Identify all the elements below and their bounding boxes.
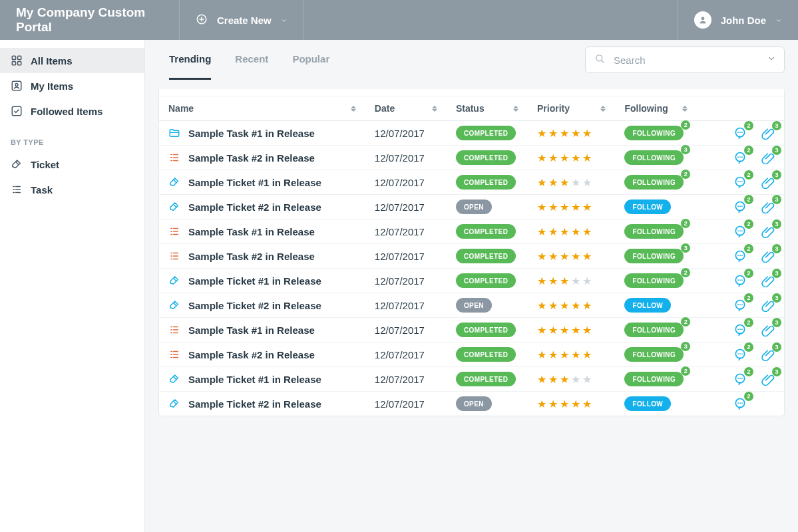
follow-button[interactable]: FOLLOWING	[624, 372, 684, 386]
follow-button[interactable]: FOLLOW	[624, 298, 671, 313]
sidebar-type-task[interactable]: Task	[0, 177, 144, 202]
table-row[interactable]: Sample Ticket #1 in Release 12/07/2017 C…	[159, 269, 784, 293]
follow-button[interactable]: FOLLOWING	[624, 347, 684, 362]
star-icon: ★	[548, 325, 558, 336]
sidebar-type-ticket[interactable]: Ticket	[0, 152, 144, 177]
priority-stars: ★★★★★	[537, 227, 592, 237]
follow-button[interactable]: FOLLOW	[624, 396, 671, 411]
star-icon: ★	[537, 202, 546, 213]
table-row[interactable]: Sample Ticket #2 in Release 12/07/2017 O…	[159, 392, 784, 416]
item-name: Sample Task #1 in Release	[188, 325, 315, 336]
follow-count-badge: 2	[681, 170, 690, 179]
priority-stars: ★★★★★	[537, 301, 592, 311]
follow-button[interactable]: FOLLOWING	[624, 323, 684, 337]
status-badge: COMPLETED	[456, 249, 516, 263]
attachments-button[interactable]: 3	[761, 323, 775, 336]
comments-button[interactable]: 2	[733, 323, 747, 336]
user-box-icon	[11, 80, 23, 92]
tab-trending[interactable]: Trending	[169, 40, 211, 80]
star-icon: ★	[582, 350, 592, 360]
comments-button[interactable]: 2	[733, 225, 747, 238]
follow-button[interactable]: FOLLOWING	[624, 150, 684, 165]
follow-button[interactable]: FOLLOWING	[624, 175, 684, 190]
comments-button[interactable]: 2	[733, 249, 747, 263]
sidebar-item-label: All Items	[31, 55, 73, 66]
follow-button[interactable]: FOLLOW	[624, 200, 671, 214]
attachments-button[interactable]: 3	[761, 200, 775, 213]
col-priority[interactable]: Priority	[528, 96, 615, 121]
attachments-button[interactable]: 3	[761, 372, 775, 386]
comments-button[interactable]: 2	[733, 397, 747, 410]
attachments-count-badge: 3	[772, 244, 781, 253]
comments-count-badge: 2	[744, 342, 753, 352]
star-icon: ★	[571, 399, 580, 410]
task-icon	[168, 324, 180, 336]
sidebar-item-followed-items[interactable]: Followed Items	[0, 98, 144, 124]
col-status[interactable]: Status	[447, 96, 528, 121]
status-badge: OPEN	[456, 200, 492, 214]
follow-button[interactable]: FOLLOWING	[624, 273, 684, 288]
table-row[interactable]: Sample Ticket #2 in Release 12/07/2017 O…	[159, 195, 784, 219]
comments-button[interactable]: 2	[733, 348, 747, 361]
comments-button[interactable]: 2	[733, 299, 747, 312]
sidebar-item-my-items[interactable]: My Items	[0, 73, 144, 98]
create-new-button[interactable]: Create New	[180, 0, 304, 40]
star-icon: ★	[560, 325, 569, 336]
item-name: Sample Task #2 in Release	[188, 251, 315, 262]
plus-circle-icon	[196, 13, 208, 27]
attachments-button[interactable]: 3	[761, 299, 775, 312]
sort-icon	[351, 106, 356, 112]
comments-button[interactable]: 2	[733, 372, 747, 386]
priority-stars: ★★★★★	[537, 374, 592, 385]
table-row[interactable]: Sample Task #2 in Release 12/07/2017 COM…	[159, 342, 784, 367]
tab-recent[interactable]: Recent	[235, 40, 268, 80]
status-badge: COMPLETED	[456, 372, 516, 386]
table-row[interactable]: Sample Task #1 in Release 12/07/2017 COM…	[159, 121, 784, 146]
chevron-down-icon[interactable]	[767, 54, 776, 66]
col-label: Date	[375, 103, 395, 114]
search-box[interactable]	[585, 47, 785, 73]
sidebar-item-all-items[interactable]: All Items	[0, 48, 144, 73]
sidebar-item-label: My Items	[31, 80, 73, 92]
attachments-button[interactable]: 3	[761, 176, 775, 189]
attachments-button[interactable]: 3	[761, 225, 775, 238]
table-row[interactable]: Sample Ticket #1 in Release 12/07/2017 C…	[159, 367, 784, 392]
table-row[interactable]: Sample Task #1 in Release 12/07/2017 COM…	[159, 219, 784, 244]
star-icon: ★	[582, 227, 592, 237]
follow-button[interactable]: FOLLOWING	[624, 224, 684, 239]
comments-button[interactable]: 2	[733, 274, 747, 287]
comments-button[interactable]: 2	[733, 176, 747, 189]
attachments-button[interactable]: 3	[761, 274, 775, 287]
item-date: 12/07/2017	[375, 325, 425, 336]
grid-icon	[11, 55, 23, 66]
ticket-icon	[168, 373, 180, 385]
star-icon: ★	[537, 251, 546, 262]
col-date[interactable]: Date	[365, 96, 447, 121]
attachments-button[interactable]: 3	[761, 126, 775, 140]
comments-button[interactable]: 2	[733, 126, 747, 140]
user-menu[interactable]: John Doe	[678, 0, 798, 40]
item-date: 12/07/2017	[375, 251, 425, 262]
priority-stars: ★★★★★	[537, 202, 592, 213]
attachments-button[interactable]: 3	[761, 151, 775, 164]
follow-button[interactable]: FOLLOWING	[624, 126, 684, 140]
follow-count-badge: 2	[681, 120, 690, 130]
table-row[interactable]: Sample Ticket #2 in Release 12/07/2017 O…	[159, 293, 784, 318]
follow-count-badge: 2	[681, 219, 690, 228]
table-row[interactable]: Sample Ticket #1 in Release 12/07/2017 C…	[159, 170, 784, 195]
col-following[interactable]: Following	[615, 96, 696, 121]
table-row[interactable]: Sample Task #2 in Release 12/07/2017 COM…	[159, 146, 784, 170]
col-name[interactable]: Name	[159, 96, 365, 121]
attachments-button[interactable]: 3	[761, 348, 775, 361]
search-input[interactable]	[612, 54, 760, 66]
attachments-button[interactable]: 3	[761, 249, 775, 263]
table-row[interactable]: Sample Task #2 in Release 12/07/2017 COM…	[159, 244, 784, 269]
item-name: Sample Task #1 in Release	[188, 128, 315, 139]
comments-button[interactable]: 2	[733, 200, 747, 213]
follow-button[interactable]: FOLLOWING	[624, 249, 684, 263]
attachments-count-badge: 3	[772, 318, 781, 327]
star-icon: ★	[571, 276, 580, 287]
tab-popular[interactable]: Popular	[292, 40, 329, 80]
table-row[interactable]: Sample Task #1 in Release 12/07/2017 COM…	[159, 318, 784, 342]
comments-button[interactable]: 2	[733, 151, 747, 164]
